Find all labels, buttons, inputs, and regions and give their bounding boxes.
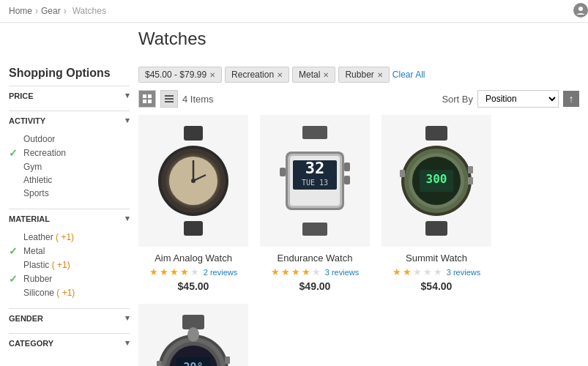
- svg-rect-8: [184, 126, 203, 141]
- product-image-1: 32 TUE 13: [260, 115, 370, 247]
- product-image-2: 300: [382, 115, 491, 247]
- sort-select[interactable]: Position Product Name Price: [477, 90, 559, 108]
- product-image-0: [138, 115, 248, 247]
- star3-5: ★: [433, 266, 442, 277]
- filter-material: MATERIAL ▾ Leather ( +1) ✓ Metal Plastic…: [9, 209, 130, 302]
- product-item-2[interactable]: 300 Summit Watch ★ ★ ★ ★ ★ 3 reviews: [382, 115, 491, 292]
- svg-rect-18: [302, 126, 327, 139]
- svg-point-17: [191, 179, 196, 183]
- svg-rect-2: [148, 94, 152, 98]
- filter-option-rubber[interactable]: ✓ Rubber: [9, 272, 130, 286]
- leather-extra: ( +1): [56, 232, 74, 242]
- check-rubber: ✓: [9, 273, 19, 285]
- grid-view-button[interactable]: [138, 90, 156, 108]
- filter-activity: AcTIvITY ▾ Outdoor ✓ Recreation Gym: [9, 111, 130, 203]
- filter-option-recreation[interactable]: ✓ Recreation: [9, 146, 130, 160]
- filter-material-arrow: ▾: [125, 214, 130, 223]
- clear-all-button[interactable]: Clear All: [392, 70, 425, 80]
- filter-category-header[interactable]: CATEGORY ▾: [9, 333, 130, 352]
- breadcrumb-gear[interactable]: Gear: [41, 6, 61, 16]
- content-area: $45.00 - $79.99 ✕ Recreation ✕ Metal ✕ R…: [138, 67, 579, 366]
- svg-rect-1: [143, 94, 146, 98]
- breadcrumb-home[interactable]: Home: [9, 6, 32, 16]
- item-count: 4 Items: [182, 94, 214, 105]
- filter-option-recreation-label: Recreation: [23, 148, 66, 158]
- filter-option-leather-label: Leather ( +1): [23, 232, 74, 242]
- filter-price-arrow: ▾: [125, 91, 130, 100]
- star3-2: ★: [403, 266, 412, 277]
- product-reviews-2[interactable]: 3 reviews: [447, 268, 480, 277]
- filter-tag-price-label: $45.00 - $79.99: [145, 70, 206, 80]
- svg-rect-9: [184, 221, 203, 236]
- filter-option-gym[interactable]: Gym: [9, 160, 130, 173]
- filter-tag-rubber[interactable]: Rubber ✕: [338, 67, 389, 83]
- filter-option-sports[interactable]: Sports: [9, 187, 130, 200]
- filter-option-metal[interactable]: ✓ Metal: [9, 244, 130, 258]
- list-view-button[interactable]: [160, 90, 178, 108]
- product-name-0: Aim Analog Watch: [155, 253, 232, 264]
- filter-price-label: PRICE: [9, 92, 34, 100]
- toolbar-left: 4 Items: [138, 90, 214, 108]
- svg-rect-19: [302, 223, 327, 236]
- filter-tag-recreation[interactable]: Recreation ✕: [225, 67, 289, 83]
- filter-tags: $45.00 - $79.99 ✕ Recreation ✕ Metal ✕ R…: [138, 67, 579, 83]
- product-reviews-0[interactable]: 2 reviews: [204, 268, 237, 277]
- filter-material-options: Leather ( +1) ✓ Metal Plastic ( +1) ✓ Ru…: [9, 228, 130, 302]
- product-stars-1: ★ ★ ★ ★ ★ 3 reviews: [271, 266, 359, 277]
- filter-gender-arrow: ▾: [125, 313, 130, 323]
- filter-category: CATEGORY ▾: [9, 333, 130, 352]
- filter-option-plastic-label: Plastic ( +1): [23, 260, 70, 270]
- filter-option-leather[interactable]: Leather ( +1): [9, 231, 130, 244]
- svg-rect-28: [280, 168, 286, 176]
- remove-recreation-filter[interactable]: ✕: [277, 71, 283, 79]
- svg-text:TUE 13: TUE 13: [302, 179, 328, 187]
- remove-rubber-filter[interactable]: ✕: [377, 71, 383, 79]
- filter-activity-label: AcTIvITY: [9, 116, 45, 125]
- filter-price-header[interactable]: PRICE ▾: [9, 86, 130, 105]
- sidebar: Shopping Options PRICE ▾ AcTIvITY ▾ Outd…: [9, 67, 130, 366]
- filter-activity-options: Outdoor ✓ Recreation Gym Athletic Sports: [9, 130, 130, 203]
- filter-gender-header[interactable]: GENDER ▾: [9, 308, 130, 327]
- filter-activity-header[interactable]: AcTIvITY ▾: [9, 111, 130, 130]
- filter-material-header[interactable]: MATERIAL ▾: [9, 209, 130, 228]
- svg-rect-29: [425, 126, 447, 141]
- sort-direction-button[interactable]: ↑: [563, 91, 579, 107]
- product-image-3: 29°: [138, 304, 248, 366]
- filter-material-label: MATERIAL: [9, 214, 50, 223]
- filter-option-silicone[interactable]: Silicone ( +1): [9, 286, 130, 299]
- product-item-0[interactable]: Aim Analog Watch ★ ★ ★ ★ ★ 2 reviews $45…: [138, 115, 248, 292]
- filter-activity-arrow: ▾: [125, 116, 130, 125]
- product-item-3[interactable]: 29° Clamber Watch ★ ★ ★ ★ ★: [138, 304, 248, 366]
- filter-tag-metal-label: Metal: [299, 70, 320, 80]
- remove-price-filter[interactable]: ✕: [209, 71, 215, 79]
- product-price-1: $49.00: [299, 280, 331, 292]
- remove-metal-filter[interactable]: ✕: [323, 71, 329, 79]
- svg-rect-39: [400, 170, 405, 177]
- sort-label: Sort By: [442, 94, 473, 105]
- plastic-extra: ( +1): [52, 260, 70, 270]
- filter-option-outdoor[interactable]: Outdoor: [9, 132, 130, 146]
- star-4: ★: [180, 266, 189, 277]
- svg-rect-37: [468, 166, 473, 173]
- filter-tag-price[interactable]: $45.00 - $79.99 ✕: [138, 67, 222, 83]
- product-reviews-1[interactable]: 3 reviews: [325, 268, 359, 277]
- product-name-1: Endurance Watch: [278, 253, 353, 264]
- check-recreation: ✓: [9, 147, 19, 159]
- filter-option-outdoor-label: Outdoor: [23, 134, 55, 144]
- check-metal: ✓: [9, 245, 19, 257]
- filter-option-silicone-label: Silicone ( +1): [23, 288, 75, 298]
- svg-rect-3: [143, 100, 146, 103]
- svg-rect-5: [165, 95, 174, 97]
- filter-tag-metal[interactable]: Metal ✕: [292, 67, 335, 83]
- breadcrumb-sep2: ›: [64, 6, 67, 16]
- filter-option-athletic[interactable]: Athletic: [9, 173, 130, 187]
- svg-text:29°: 29°: [183, 361, 203, 366]
- svg-text:300: 300: [426, 172, 447, 186]
- filter-option-plastic[interactable]: Plastic ( +1): [9, 258, 130, 272]
- user-icon[interactable]: [573, 3, 588, 18]
- filter-option-rubber-label: Rubber: [23, 274, 52, 284]
- product-item-1[interactable]: 32 TUE 13 Endurance Watch ★ ★ ★ ★ ★ 3 r: [260, 115, 370, 292]
- star3-3: ★: [413, 266, 422, 277]
- filter-option-gym-label: Gym: [23, 162, 42, 172]
- filter-category-label: CATEGORY: [9, 339, 53, 348]
